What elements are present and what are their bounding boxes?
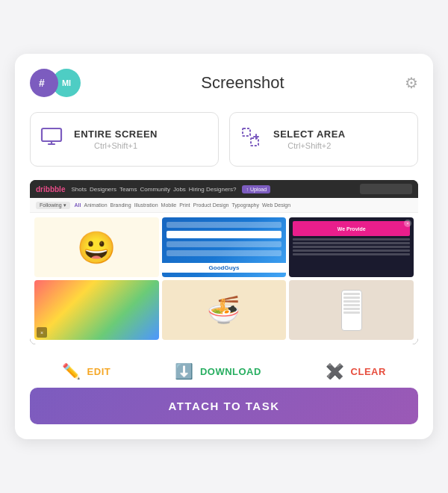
filter-tags: All Animation Branding Illustration Mobi… [75, 202, 291, 208]
attach-to-task-button[interactable]: ATTACH TO TASK [30, 388, 418, 424]
browser-logo: dribbble [36, 185, 65, 193]
filter-branding: Branding [111, 202, 131, 208]
select-area-button[interactable]: SELECT AREA Ctrl+Shift+2 [229, 112, 418, 167]
grid-cell-smiley: 😀 [34, 217, 159, 277]
grid-cell-mobile [289, 280, 414, 340]
close-x-icon: × [404, 220, 411, 227]
monitor-icon [40, 125, 63, 154]
filter-product: Product Design [193, 202, 229, 208]
action-buttons: ✏️ EDIT ⬇️ DOWNLOAD ✖️ CLEAR [30, 355, 418, 385]
svg-rect-4 [243, 128, 250, 136]
browser-bar: dribbble Shots Designers Teams Community… [30, 180, 418, 198]
entire-screen-label: ENTIRE SCREEN [74, 128, 158, 140]
gear-icon[interactable]: ⚙ [405, 74, 418, 92]
edit-button[interactable]: ✏️ EDIT [62, 362, 111, 380]
download-icon: ⬇️ [175, 362, 194, 380]
nav-teams: Teams [119, 186, 137, 193]
grid-cell-blue: GoodGuys [162, 217, 287, 277]
edit-icon: ✏️ [62, 362, 81, 380]
nav-community: Community [140, 186, 170, 193]
svg-text:#: # [39, 77, 45, 89]
avatar-h: # [30, 69, 58, 97]
select-area-icon [239, 125, 263, 154]
entire-screen-shortcut: Ctrl+Shift+1 [74, 141, 158, 150]
nav-shots: Shots [71, 186, 86, 193]
dark-pink-bar: We Provide [293, 221, 410, 236]
entire-screen-button[interactable]: ENTIRE SCREEN Ctrl+Shift+1 [30, 112, 219, 167]
edit-label: EDIT [87, 366, 111, 377]
capture-options: ENTIRE SCREEN Ctrl+Shift+1 SELECT AREA C… [30, 112, 418, 167]
header: # MI Screenshot ⚙ [30, 69, 418, 97]
svg-rect-7 [251, 138, 258, 146]
svg-rect-1 [42, 128, 61, 141]
grid-cell-food: 🍜 [162, 280, 287, 340]
clear-button[interactable]: ✖️ CLEAR [326, 362, 386, 380]
page-title: Screenshot [201, 73, 284, 93]
following-filter: Following ▾ [36, 202, 70, 209]
select-area-text: SELECT AREA Ctrl+Shift+2 [273, 128, 346, 150]
mobile-mockup [341, 290, 362, 331]
main-card: # MI Screenshot ⚙ ENTIRE SCREEN Ctrl+Shi… [15, 54, 433, 439]
preview-area: dribbble Shots Designers Teams Community… [30, 180, 418, 344]
download-button[interactable]: ⬇️ DOWNLOAD [175, 362, 261, 380]
filter-mobile: Mobile [161, 202, 177, 208]
entire-screen-text: ENTIRE SCREEN Ctrl+Shift+1 [74, 128, 158, 150]
filter-animation: Animation [84, 202, 107, 208]
avatars: # MI [30, 69, 81, 97]
filter-print: Print [179, 202, 190, 208]
filter-all: All [75, 202, 81, 208]
nav-hiring: Hiring Designers? [189, 186, 237, 193]
download-label: DOWNLOAD [200, 366, 261, 377]
upload-btn: ↑ Upload [242, 185, 270, 193]
grid-cell-dark: We Provide × [289, 217, 414, 277]
colorful-overlay: × [37, 327, 47, 338]
clear-label: CLEAR [351, 366, 386, 377]
filter-bar: Following ▾ All Animation Branding Illus… [30, 198, 418, 213]
grid-cell-colorful: × [34, 280, 159, 340]
filter-typography: Typography [231, 202, 259, 208]
clear-icon: ✖️ [326, 362, 345, 380]
filter-illustration: Illustration [134, 202, 158, 208]
browser-nav: Shots Designers Teams Community Jobs Hir… [71, 186, 236, 193]
nav-jobs: Jobs [173, 186, 186, 193]
select-area-shortcut: Ctrl+Shift+2 [273, 141, 346, 150]
image-grid: 😀 GoodGuys We Provide [30, 213, 418, 344]
filter-web: Web Design [262, 202, 290, 208]
nav-designers: Designers [90, 186, 116, 193]
browser-search [360, 184, 412, 194]
blue-goodguys-label: GoodGuys [162, 263, 287, 273]
select-area-label: SELECT AREA [273, 128, 346, 140]
